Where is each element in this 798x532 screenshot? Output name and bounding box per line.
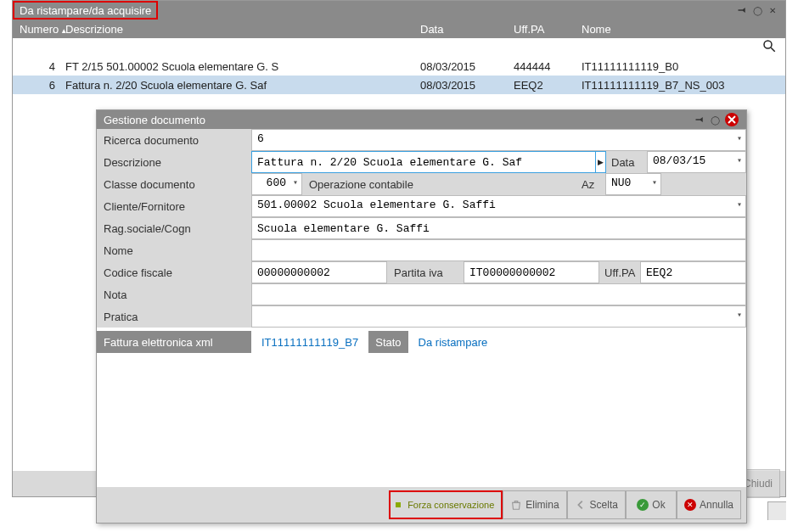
dialog-titlebar: Gestione documento ◯ [97,110,746,129]
label-nota: Nota [97,283,251,305]
stato-link[interactable]: Da ristampare [408,333,498,352]
close-icon[interactable]: ✕ [767,4,778,16]
dialog-title: Gestione documento [104,110,205,129]
piva-input[interactable] [464,261,599,283]
label-az: Az [576,173,605,195]
col-descrizione[interactable]: Descrizione [64,23,420,36]
ok-button[interactable]: ✓ Ok [626,490,677,519]
col-data[interactable]: Data [420,23,514,36]
label-uffpa: Uff.PA [599,261,640,283]
label-fatxml: Fattura elettronica xml [97,331,251,353]
label-pratica: Pratica [97,305,251,328]
label-piva: Partita iva [387,261,464,283]
close-icon[interactable] [724,112,739,127]
scelta-button[interactable]: Scelta [567,490,626,519]
table-body: 4 FT 2/15 501.00002 Scuola elementare G.… [13,57,785,94]
classe-combo[interactable]: 600 [251,173,302,195]
annulla-button[interactable]: ✕ Annulla [677,490,741,519]
label-ricerca: Ricerca documento [97,129,251,151]
table-header: Numero▲ Descrizione Data Uff.PA Nome [13,20,785,38]
cliente-combo[interactable]: 501.00002 Scuola elementare G. Saffi [251,195,746,217]
ricerca-combo[interactable]: 6 [251,129,746,151]
pin-icon[interactable] [694,114,705,126]
maximize-icon[interactable]: ◯ [751,4,763,16]
chevron-right-icon[interactable]: ▶ [596,151,606,173]
nota-input[interactable] [251,283,746,305]
table-row[interactable]: 4 FT 2/15 501.00002 Scuola elementare G.… [13,57,785,76]
status-dot-icon [396,502,401,507]
label-nome: Nome [97,239,251,261]
table-row[interactable]: 6 Fattura n. 2/20 Scuola elementare G. S… [13,76,785,94]
search-icon[interactable] [761,38,777,57]
svg-point-0 [764,41,772,48]
pratica-combo[interactable] [251,305,746,328]
rag-input[interactable] [251,217,746,239]
fatxml-link[interactable]: IT11111111119_B7 [251,333,368,352]
pin-icon[interactable] [736,4,748,16]
dialog-footer: Forza conservazione Elimina Scelta ✓ Ok … [97,487,746,523]
uffpa-input[interactable] [640,261,746,283]
label-descrizione: Descrizione [97,151,251,173]
elimina-button[interactable]: Elimina [503,490,566,519]
label-data: Data [606,151,647,173]
col-nome[interactable]: Nome [582,23,785,36]
arrow-left-icon [575,499,587,511]
trash-icon [510,499,522,511]
label-stato: Stato [368,331,407,353]
label-cliente: Cliente/Fornitore [97,195,251,217]
maximize-icon[interactable]: ◯ [709,114,721,126]
data-combo[interactable]: 08/03/15 [647,151,746,173]
label-codfisc: Codice fiscale [97,261,251,283]
svg-line-1 [771,48,775,52]
resize-handle-icon[interactable] [767,501,786,520]
az-combo[interactable]: NU0 [605,173,661,195]
main-title: Da ristampare/da acquisire [13,1,158,20]
col-uffpa[interactable]: Uff.PA [514,23,582,36]
dialog-body: Ricerca documento 6 Descrizione ▶ Data 0… [97,129,746,353]
label-operazione: Operazione contabile [302,173,576,195]
search-row [13,38,785,57]
check-icon: ✓ [637,499,649,511]
label-rag: Rag.sociale/Cogn [97,217,251,239]
codfisc-input[interactable] [251,261,387,283]
dialog-gestione-documento: Gestione documento ◯ Ricerca documento 6… [96,109,747,524]
label-classe: Classe documento [97,173,251,195]
nome-input[interactable] [251,239,746,261]
col-numero[interactable]: Numero▲ [13,23,64,36]
forza-conservazione-button[interactable]: Forza conservazione [389,490,503,519]
cancel-icon: ✕ [684,499,696,511]
main-titlebar: Da ristampare/da acquisire ◯ ✕ [13,1,785,20]
descrizione-input[interactable] [251,151,596,173]
